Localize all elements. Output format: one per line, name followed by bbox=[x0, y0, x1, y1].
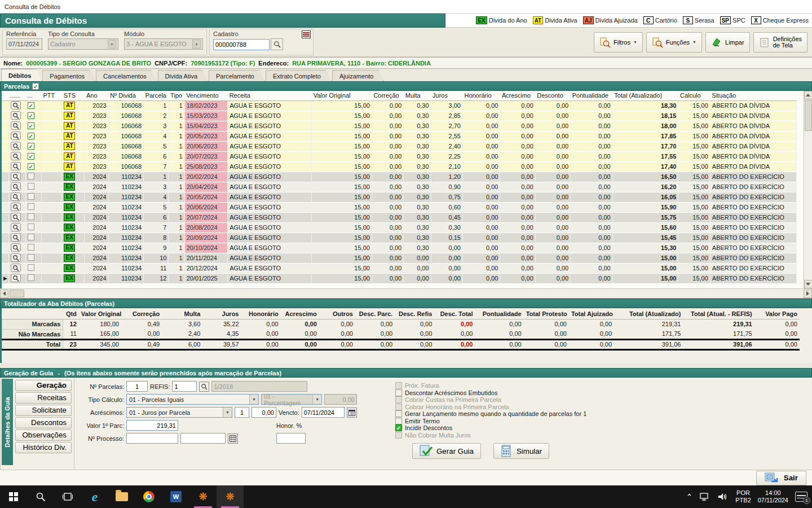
table-row[interactable]: EX20241102343120/04/2024AGUA E ESGOTO15,… bbox=[2, 182, 797, 192]
row-checkbox[interactable] bbox=[28, 234, 34, 240]
table-row[interactable]: ✓AT20231060685120/06/2023AGUA E ESGOTO15… bbox=[2, 141, 797, 151]
definicoes-tela-button[interactable]: Definiçõesde Tela bbox=[753, 32, 807, 52]
row-checkbox[interactable] bbox=[28, 224, 34, 230]
parcelas-checkbox[interactable]: ✓ bbox=[32, 83, 39, 90]
cadastro-search-button[interactable] bbox=[271, 38, 283, 50]
row-detail-search-button[interactable] bbox=[11, 192, 21, 201]
app-window-2-button[interactable]: ❋ bbox=[217, 485, 244, 508]
table-row[interactable]: ✓AT20231060684120/05/2023AGUA E ESGOTO15… bbox=[2, 131, 797, 141]
processo-input[interactable] bbox=[126, 433, 178, 444]
row-detail-search-button[interactable] bbox=[11, 274, 21, 282]
row-checkbox[interactable] bbox=[28, 183, 34, 190]
row-checkbox[interactable] bbox=[28, 274, 34, 281]
scrollbar-thumb[interactable] bbox=[10, 290, 24, 297]
row-detail-search-button[interactable] bbox=[11, 213, 21, 221]
row-detail-search-button[interactable] bbox=[11, 233, 21, 242]
row-checkbox[interactable]: ✓ bbox=[28, 122, 34, 129]
table-row[interactable]: EX20241102341120/02/2024AGUA E ESGOTO15,… bbox=[2, 172, 797, 182]
row-checkbox[interactable] bbox=[28, 193, 34, 200]
language-indicator[interactable]: POR PTB2 bbox=[735, 489, 751, 504]
table-row[interactable]: EX20241102348120/09/2024AGUA E ESGOTO15,… bbox=[2, 233, 797, 243]
scroll-down-icon[interactable] bbox=[804, 280, 812, 288]
network-icon[interactable] bbox=[699, 492, 710, 501]
refis-search-button[interactable] bbox=[199, 382, 209, 392]
row-checkbox[interactable] bbox=[28, 254, 34, 261]
tab-débitos[interactable]: Débitos bbox=[1, 69, 42, 81]
taskbar-search-button[interactable] bbox=[27, 485, 54, 508]
row-detail-search-button[interactable] bbox=[11, 121, 21, 130]
table-row[interactable]: EX20241102345120/06/2024AGUA E ESGOTO15,… bbox=[2, 202, 797, 212]
tab-extrato-completo[interactable]: Extrato Completo bbox=[266, 70, 332, 81]
processo-aux-input[interactable] bbox=[180, 433, 226, 444]
filtros-button[interactable]: Filtros ▼ bbox=[594, 32, 643, 52]
row-checkbox[interactable]: ✓ bbox=[28, 153, 34, 160]
tab-parcelamento[interactable]: Parcelamento bbox=[209, 70, 265, 81]
row-detail-search-button[interactable] bbox=[11, 253, 21, 262]
internet-explorer-button[interactable]: e bbox=[81, 485, 108, 508]
table-row[interactable]: ✓AT20231060683115/04/2023AGUA E ESGOTO15… bbox=[2, 121, 797, 131]
refis-input[interactable] bbox=[172, 381, 197, 392]
guia-nav-descontos[interactable]: Descontos bbox=[15, 417, 72, 428]
tab-cancelamentos[interactable]: Cancelamentos bbox=[96, 70, 157, 81]
records-grid-icon[interactable] bbox=[302, 30, 311, 38]
acrescimos-select[interactable]: 01 - Juros por Parcela ▼ bbox=[126, 407, 232, 418]
simular-button[interactable]: Simular bbox=[493, 443, 549, 459]
consult-type-select[interactable]: Cadastro ▼ bbox=[48, 38, 118, 50]
table-row[interactable]: ✓AT20231060682115/03/2023AGUA E ESGOTO15… bbox=[2, 111, 797, 121]
tipo-calculo-select[interactable]: 01 - Parcelas Iguais ▼ bbox=[126, 394, 259, 405]
guia-nav-hist-rico-div-[interactable]: Histórico Div. bbox=[15, 442, 72, 453]
volume-icon[interactable] bbox=[717, 492, 729, 501]
honor-input[interactable] bbox=[276, 433, 306, 444]
row-detail-search-button[interactable] bbox=[11, 264, 21, 272]
guia-checkbox[interactable] bbox=[395, 389, 402, 396]
start-button[interactable] bbox=[0, 485, 27, 508]
row-checkbox[interactable]: ✓ bbox=[28, 133, 34, 139]
row-checkbox[interactable] bbox=[28, 203, 34, 210]
table-row[interactable]: ✓AT20231060681118/02/2023AGUA E ESGOTO15… bbox=[2, 100, 797, 111]
scroll-left-icon[interactable] bbox=[0, 290, 8, 298]
limpar-button[interactable]: Limpar bbox=[705, 32, 750, 52]
row-checkbox[interactable] bbox=[28, 244, 34, 251]
guia-nav-observa-es[interactable]: Observações bbox=[15, 430, 72, 441]
row-checkbox[interactable] bbox=[28, 173, 34, 179]
valor-parc-input[interactable] bbox=[126, 420, 178, 431]
row-detail-search-button[interactable] bbox=[11, 152, 21, 160]
guia-checkbox[interactable] bbox=[395, 410, 402, 417]
tray-chevron-icon[interactable]: ⌃ bbox=[686, 492, 693, 501]
row-detail-search-button[interactable] bbox=[11, 182, 21, 191]
guia-nav-receitas[interactable]: Receitas bbox=[15, 392, 72, 404]
row-detail-search-button[interactable] bbox=[11, 203, 21, 211]
row-detail-search-button[interactable] bbox=[11, 111, 21, 120]
row-checkbox[interactable]: ✓ bbox=[28, 143, 34, 150]
funcoes-button[interactable]: Funções ▼ bbox=[646, 32, 702, 52]
row-detail-search-button[interactable] bbox=[11, 132, 21, 140]
tab-pagamentos[interactable]: Pagamentos bbox=[42, 70, 95, 81]
vertical-scrollbar[interactable] bbox=[804, 91, 812, 288]
horizontal-scrollbar[interactable] bbox=[0, 288, 812, 299]
tab-divida-ativa[interactable]: Divida Ativa bbox=[158, 70, 208, 81]
row-checkbox[interactable]: ✓ bbox=[28, 102, 34, 109]
row-checkbox[interactable] bbox=[28, 264, 34, 271]
file-explorer-button[interactable] bbox=[108, 485, 135, 508]
table-row[interactable]: EX20241102347120/08/2024AGUA E ESGOTO15,… bbox=[2, 222, 797, 233]
table-row[interactable]: EX20241102349120/10/2024AGUA E ESGOTO15,… bbox=[2, 243, 797, 253]
tab-ajuizamento[interactable]: Ajuizamento bbox=[332, 70, 385, 81]
guia-nav-solicitante[interactable]: Solicitante bbox=[15, 405, 72, 416]
row-detail-search-button[interactable] bbox=[11, 101, 21, 110]
table-row[interactable]: ✓AT20231060687125/08/2023AGUA E ESGOTO15… bbox=[2, 161, 797, 172]
chrome-button[interactable] bbox=[135, 485, 162, 508]
sair-button[interactable]: Sair bbox=[756, 471, 806, 485]
reference-input[interactable] bbox=[6, 38, 42, 50]
table-row[interactable]: EX20241102344120/05/2024AGUA E ESGOTO15,… bbox=[2, 192, 797, 202]
table-row[interactable]: EX202411023411120/12/2024AGUA E ESGOTO15… bbox=[2, 263, 797, 273]
notifications-icon[interactable]: 1 bbox=[795, 492, 807, 502]
n-parcelas-input[interactable] bbox=[126, 381, 148, 392]
guia-nav-gera-o[interactable]: Geração bbox=[15, 380, 72, 391]
table-row[interactable]: EX202411023410120/11/2024AGUA E ESGOTO15… bbox=[2, 253, 797, 263]
scroll-up-icon[interactable] bbox=[804, 91, 812, 99]
guia-checkbox[interactable]: ✓ bbox=[395, 424, 402, 431]
row-checkbox[interactable]: ✓ bbox=[28, 163, 34, 170]
row-checkbox[interactable] bbox=[28, 213, 34, 220]
gerar-guia-button[interactable]: Gerar Guia bbox=[412, 443, 481, 459]
table-row[interactable]: ▶EX202411023412120/01/2025AGUA E ESGOTO1… bbox=[2, 273, 797, 283]
